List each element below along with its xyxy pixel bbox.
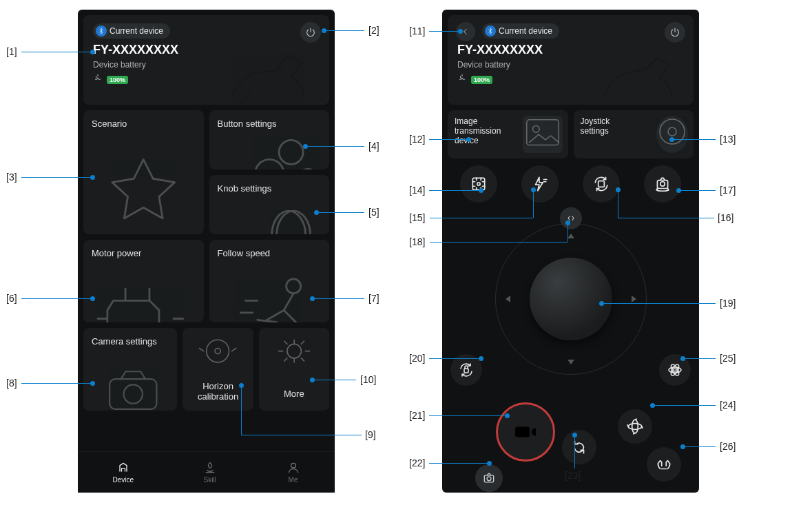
svg-rect-21 xyxy=(464,369,468,373)
tile-image-transmission[interactable]: Image transmission device xyxy=(448,110,568,158)
svg-point-15 xyxy=(668,127,676,136)
svg-point-27 xyxy=(487,477,491,481)
record-button[interactable] xyxy=(496,402,555,462)
callout-2: [2] xyxy=(368,25,379,36)
svg-point-9 xyxy=(215,348,220,353)
tile-horizon-calibration[interactable]: Horizon calibration xyxy=(183,328,253,411)
btn-gesture[interactable] xyxy=(647,447,681,482)
tile-follow-speed-label: Follow speed xyxy=(218,248,322,259)
callout-1: [1] xyxy=(6,46,17,57)
tile-knob-settings[interactable]: Knob settings xyxy=(209,175,330,234)
callout-9: [9] xyxy=(365,429,376,440)
image-thumb-icon xyxy=(523,116,563,153)
svg-point-20 xyxy=(660,182,665,187)
tile-image-transmission-label: Image transmission device xyxy=(455,117,517,145)
nav-device[interactable]: Device xyxy=(112,461,134,484)
orbit-icon xyxy=(626,418,644,435)
btn-camera-flip[interactable] xyxy=(644,165,681,203)
svg-point-1 xyxy=(255,159,284,169)
callout-12: [12] xyxy=(409,134,425,145)
tile-more[interactable]: More xyxy=(259,328,329,411)
camera-flip-icon xyxy=(654,175,672,193)
callout-5: [5] xyxy=(368,207,379,218)
nav-me-label: Me xyxy=(289,476,298,484)
callout-18: [18] xyxy=(409,236,425,247)
frame-icon xyxy=(470,175,488,193)
svg-point-0 xyxy=(279,140,303,164)
svg-point-8 xyxy=(207,340,229,362)
svg-point-22 xyxy=(674,369,676,371)
level-icon xyxy=(183,333,253,375)
btn-frame-mode[interactable] xyxy=(460,165,497,203)
tile-joystick-settings[interactable]: Joystick settings xyxy=(574,110,694,158)
tile-camera-settings-label: Camera settings xyxy=(92,336,169,347)
chevron-up-icon xyxy=(568,234,574,238)
callout-25: [25] xyxy=(720,353,736,364)
btn-atom-mode[interactable] xyxy=(659,354,691,386)
diagram-stage: Current device FY-XXXXXXXX Device batter… xyxy=(0,0,812,505)
knob-icon xyxy=(209,193,330,234)
btn-rotate-mode[interactable] xyxy=(583,165,620,203)
me-nav-icon xyxy=(287,461,300,475)
btn-reset[interactable] xyxy=(562,430,596,464)
callout-24: [24] xyxy=(720,400,736,411)
tile-follow-speed[interactable]: Follow speed xyxy=(209,240,330,322)
current-device-label-2: Current device xyxy=(499,26,552,36)
battery-badge: 100% xyxy=(107,76,128,84)
bluetooth-icon xyxy=(485,25,496,37)
rotate-icon xyxy=(592,175,610,193)
chevron-left-icon xyxy=(506,296,510,302)
current-device-pill[interactable]: Current device xyxy=(93,23,170,39)
callout-6: [6] xyxy=(6,293,17,304)
btn-pan-tilt[interactable] xyxy=(618,409,652,444)
tile-joystick-settings-label: Joystick settings xyxy=(581,117,629,136)
camera-icon xyxy=(482,471,496,485)
svg-point-13 xyxy=(532,126,539,133)
callout-11: [11] xyxy=(409,25,425,37)
camera-icon xyxy=(83,353,177,411)
chevron-down-icon xyxy=(568,360,574,364)
svg-point-28 xyxy=(628,424,642,430)
callout-23: [23] xyxy=(565,470,581,481)
gimbal-illustration-icon xyxy=(212,28,322,99)
callout-17: [17] xyxy=(720,185,736,196)
engine-icon xyxy=(83,265,204,322)
tile-horizon-calibration-label: Horizon calibration xyxy=(189,381,246,402)
lock-rotate-icon xyxy=(458,362,475,378)
tile-camera-settings[interactable]: Camera settings xyxy=(83,328,177,411)
video-icon xyxy=(513,420,538,444)
nav-skill[interactable]: Skill xyxy=(203,461,217,484)
back-button[interactable] xyxy=(456,22,475,41)
svg-point-29 xyxy=(632,420,638,433)
tile-motor-power[interactable]: Motor power xyxy=(83,240,204,322)
virtual-joystick-area xyxy=(448,209,694,389)
tile-scenario-label: Scenario xyxy=(92,118,196,130)
star-icon xyxy=(83,147,204,234)
battery-badge-2: 100% xyxy=(471,76,492,84)
callout-3: [3] xyxy=(6,172,17,183)
svg-point-7 xyxy=(124,384,143,403)
callout-15: [15] xyxy=(409,212,425,223)
callout-19: [19] xyxy=(720,298,736,309)
btn-flash-mode[interactable] xyxy=(521,165,559,203)
gimbal-illustration-icon xyxy=(576,28,687,99)
tile-scenario[interactable]: Scenario xyxy=(83,110,204,234)
tile-more-label: More xyxy=(266,389,322,400)
roll-knob[interactable] xyxy=(560,207,582,229)
current-device-label: Current device xyxy=(110,26,163,36)
skill-nav-icon xyxy=(203,461,217,475)
btn-lock-mode[interactable] xyxy=(450,354,482,386)
photo-button[interactable] xyxy=(475,464,503,492)
callout-8: [8] xyxy=(6,378,17,389)
tile-button-settings[interactable]: Button settings xyxy=(209,110,330,169)
chevron-right-icon xyxy=(632,296,636,302)
joystick-thumb[interactable] xyxy=(530,258,612,340)
svg-point-10 xyxy=(287,344,301,358)
svg-point-17 xyxy=(477,183,479,185)
atom-icon xyxy=(667,362,683,378)
bluetooth-icon xyxy=(96,25,107,37)
reset-icon xyxy=(570,438,588,456)
nav-me[interactable]: Me xyxy=(287,461,300,484)
gimbal-battery-icon xyxy=(93,74,103,85)
current-device-pill-2[interactable]: Current device xyxy=(482,23,559,39)
